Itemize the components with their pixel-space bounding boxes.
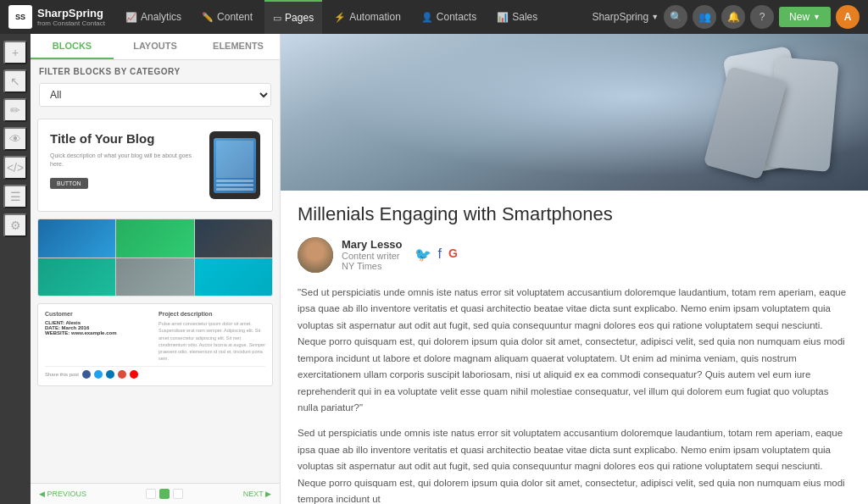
logo-icon: SS <box>8 5 32 29</box>
new-label: New <box>789 11 810 23</box>
prev-button[interactable]: ◀ PREVIOUS <box>39 490 86 498</box>
customer-website: WEBSITE: www.example.com <box>45 330 152 335</box>
phones-grid-block-card[interactable] <box>37 219 273 296</box>
author-info: Mary Lesso Content writer NY Times <box>342 238 403 271</box>
users-button[interactable]: 👥 <box>693 5 716 29</box>
pencil-icon: ✏️ <box>202 12 214 23</box>
nav-automation[interactable]: ⚡ Automation <box>326 0 409 34</box>
nav-pages-label: Pages <box>285 12 314 24</box>
googleplus-icon[interactable]: G <box>448 246 458 263</box>
customer-col: Customer CLIENT: Alexis DATE: March 2016… <box>45 311 152 363</box>
avatar-button[interactable]: A <box>836 5 860 29</box>
grid-cell-3 <box>195 219 272 258</box>
notifications-button[interactable]: 🔔 <box>721 5 745 29</box>
eye-button[interactable]: 👁 <box>3 127 27 151</box>
nav-right: SharpSpring ▼ 🔍 👥 🔔 ? New ▼ A <box>592 5 860 29</box>
nav-content[interactable]: ✏️ Content <box>193 0 261 34</box>
add-button[interactable]: + <box>3 41 27 64</box>
tab-layouts[interactable]: LAYOUTS <box>114 34 197 59</box>
nav-pages[interactable]: ▭ Pages <box>264 0 322 34</box>
invoice-divider <box>45 366 265 367</box>
blog-hero-button[interactable]: BUTTON <box>50 178 88 189</box>
project-desc: Pulse amet consectetur ipsum dolor sit a… <box>159 320 265 363</box>
author-role: Content writer <box>342 251 403 261</box>
nav-content-label: Content <box>217 11 253 23</box>
nav-automation-label: Automation <box>349 11 401 23</box>
author-avatar-img <box>298 237 333 273</box>
invoice-block-card[interactable]: Customer CLIENT: Alexis DATE: March 2016… <box>37 303 273 386</box>
phone-screen <box>214 138 256 193</box>
tab-elements[interactable]: ELEMENTS <box>197 34 280 59</box>
nav-contacts[interactable]: 👤 Contacts <box>413 0 485 34</box>
phone-img-area <box>216 141 253 178</box>
pen-tool-button[interactable]: ✏ <box>3 98 27 122</box>
tab-blocks[interactable]: BLOCKS <box>31 34 114 59</box>
next-button[interactable]: NEXT ▶ <box>243 490 271 498</box>
new-button[interactable]: New ▼ <box>779 7 831 27</box>
invoice-inner: Customer CLIENT: Alexis DATE: March 2016… <box>38 304 272 385</box>
phone-line-2 <box>216 184 253 186</box>
select-button[interactable]: ↖ <box>3 69 27 93</box>
nav-sales-label: Sales <box>512 11 537 23</box>
code-button[interactable]: </> <box>3 156 27 180</box>
project-col: Project description Pulse amet consectet… <box>159 311 265 363</box>
pag-dot-3[interactable] <box>173 489 183 499</box>
contacts-icon: 👤 <box>421 12 433 23</box>
blocks-scroll: Title of Your Blog Quick description of … <box>31 114 280 483</box>
customer-heading: Customer <box>45 311 152 317</box>
article-body: Millenials Engaging with Smartphones Mar… <box>281 191 868 504</box>
invoice-row: Customer CLIENT: Alexis DATE: March 2016… <box>45 311 265 363</box>
cell-bg-5 <box>116 258 193 296</box>
main-content: Millenials Engaging with Smartphones Mar… <box>281 34 868 504</box>
filter-select[interactable]: All Hero Content Blog <box>39 83 271 107</box>
logo[interactable]: SS SharpSpring from Constant Contact <box>8 5 105 29</box>
automation-icon: ⚡ <box>334 12 346 23</box>
cell-bg-1 <box>38 219 115 258</box>
linkedin-share-icon[interactable] <box>106 370 114 379</box>
pag-dot-1[interactable] <box>146 489 156 499</box>
nav-analytics[interactable]: 📈 Analytics <box>117 0 190 34</box>
sales-icon: 📊 <box>497 12 509 23</box>
pagination-dots <box>146 489 183 499</box>
author-avatar <box>298 237 333 273</box>
share-label: Share this post <box>45 372 79 377</box>
facebook-share-icon[interactable] <box>82 370 91 379</box>
cell-bg-2 <box>116 219 193 258</box>
pag-dot-2[interactable] <box>159 489 170 499</box>
help-button[interactable]: ? <box>750 5 774 29</box>
blocks-tabs: BLOCKS LAYOUTS ELEMENTS <box>31 34 280 60</box>
filter-label: FILTER BLOCKS BY CATEGORY <box>31 60 280 80</box>
article-title: Millenials Engaging with Smartphones <box>298 202 851 227</box>
search-button[interactable]: 🔍 <box>664 5 687 29</box>
facebook-icon[interactable]: f <box>438 246 442 263</box>
phone-line-3 <box>216 188 253 191</box>
article-paragraph-2: Sed ut perspiciatis unde omnis iste natu… <box>298 425 851 504</box>
author-role-text: Content writer <box>342 251 399 261</box>
author-org: NY Times <box>342 261 403 271</box>
author-row: Mary Lesso Content writer NY Times 🐦 f G <box>298 237 851 273</box>
phones-grid <box>38 219 272 296</box>
settings-button[interactable]: ⚙ <box>3 213 27 237</box>
grid-cell-6 <box>195 258 272 296</box>
blocks-panel: BLOCKS LAYOUTS ELEMENTS FILTER BLOCKS BY… <box>31 34 281 504</box>
layers-button[interactable]: ☰ <box>3 185 27 208</box>
twitter-icon[interactable]: 🐦 <box>415 246 431 263</box>
article-text: "Sed ut perspiciatis unde omnis iste nat… <box>298 285 851 504</box>
googleplus-share-icon[interactable] <box>118 370 126 379</box>
pagination-row: ◀ PREVIOUS NEXT ▶ <box>31 483 280 504</box>
chevron-down-icon: ▼ <box>651 13 659 21</box>
brand-sub: from Constant Contact <box>37 19 105 27</box>
main-wrapper: + ↖ ✏ 👁 </> ☰ ⚙ BLOCKS LAYOUTS ELEMENTS … <box>0 34 868 504</box>
brand-dropdown[interactable]: SharpSpring ▼ <box>592 11 659 23</box>
blog-hero-inner: Title of Your Blog Quick description of … <box>38 119 272 211</box>
nav-sales[interactable]: 📊 Sales <box>488 0 546 34</box>
brand-dropdown-label: SharpSpring <box>592 11 648 23</box>
youtube-share-icon[interactable] <box>130 370 138 379</box>
cell-bg-4 <box>38 258 115 296</box>
cell-bg-6 <box>195 258 272 296</box>
blog-hero-block-card[interactable]: Title of Your Blog Quick description of … <box>37 119 273 212</box>
nav-contacts-label: Contacts <box>437 11 476 23</box>
nav-analytics-label: Analytics <box>141 11 181 23</box>
author-social: 🐦 f G <box>415 246 458 263</box>
twitter-share-icon[interactable] <box>94 370 103 379</box>
